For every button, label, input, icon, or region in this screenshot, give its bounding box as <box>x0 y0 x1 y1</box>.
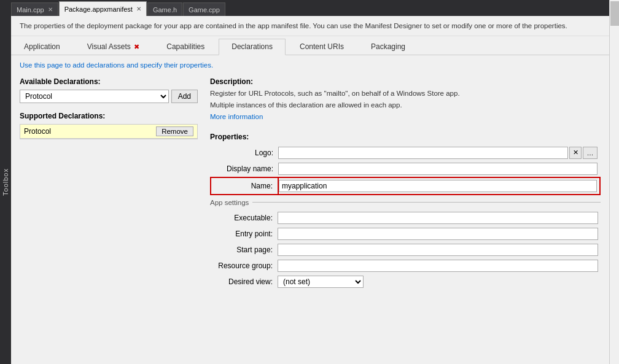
tab-game-h-label: Game.h <box>153 6 177 14</box>
add-declaration-button[interactable]: Add <box>171 90 198 103</box>
nav-tabs: Application Visual Assets ✖ Capabilities… <box>11 36 609 55</box>
display-name-input[interactable] <box>278 163 598 175</box>
entry-point-input[interactable] <box>278 228 598 240</box>
executable-label: Executable: <box>210 210 278 226</box>
start-page-row: Start page: <box>210 242 601 258</box>
description-title: Description: <box>210 77 601 86</box>
page-content: Use this page to add declarations and sp… <box>11 55 609 364</box>
scrollbar-thumb[interactable] <box>610 1 619 26</box>
entry-point-label: Entry point: <box>210 226 278 242</box>
properties-table: Logo: ✕ … <box>210 145 601 195</box>
nav-tab-packaging[interactable]: Packaging <box>358 39 418 55</box>
app-settings-table: Executable: Entry point: <box>210 210 601 290</box>
tab-main-cpp-label: Main.cpp <box>17 6 44 14</box>
executable-row: Executable: <box>210 210 601 226</box>
display-name-label: Display name: <box>211 161 278 177</box>
name-label: Name: <box>211 177 278 195</box>
desired-view-label: Desired view: <box>210 274 278 290</box>
toolbox-label: Toolbox <box>2 168 9 196</box>
tab-game-cpp[interactable]: Game.cpp <box>183 2 225 16</box>
nav-tab-packaging-label: Packaging <box>371 42 405 51</box>
tab-package-appxmanifest-close[interactable]: ✕ <box>136 6 141 12</box>
desired-view-select[interactable]: (not set) <box>278 276 364 288</box>
right-panel: Description: Register for URL Protocols,… <box>210 77 601 290</box>
logo-input-wrapper: ✕ … <box>278 147 598 159</box>
logo-input-cell: ✕ … <box>278 145 600 161</box>
logo-label: Logo: <box>211 145 278 161</box>
nav-tab-visual-assets[interactable]: Visual Assets ✖ <box>74 39 153 55</box>
start-page-input[interactable] <box>278 244 598 256</box>
name-input-cell <box>278 177 600 195</box>
executable-input[interactable] <box>278 212 598 224</box>
left-panel: Available Declarations: Protocol Add Sup… <box>20 77 198 290</box>
page-subtitle: Use this page to add declarations and sp… <box>20 61 601 69</box>
nav-tab-content-uris[interactable]: Content URIs <box>287 39 357 55</box>
tab-main-cpp[interactable]: Main.cpp ✕ <box>11 2 58 16</box>
nav-tab-declarations[interactable]: Declarations <box>219 39 286 55</box>
tab-package-appxmanifest[interactable]: Package.appxmanifest ✕ <box>59 1 147 16</box>
supported-item-protocol-label: Protocol <box>24 127 51 136</box>
logo-browse-button[interactable]: … <box>583 147 598 159</box>
logo-row: Logo: ✕ … <box>211 145 600 161</box>
available-declarations-row: Protocol Add <box>20 90 198 103</box>
nav-tab-content-uris-label: Content URIs <box>300 42 344 51</box>
two-column-layout: Available Declarations: Protocol Add Sup… <box>20 77 601 290</box>
display-name-input-cell <box>278 161 600 177</box>
more-information-link[interactable]: More information <box>210 113 263 120</box>
name-row: Name: <box>211 177 600 195</box>
entry-point-input-cell <box>278 226 601 242</box>
nav-tab-application-label: Application <box>24 42 60 51</box>
start-page-label: Start page: <box>210 242 278 258</box>
nav-tab-capabilities-label: Capabilities <box>166 42 204 51</box>
nav-tab-visual-assets-label: Visual Assets <box>87 42 131 51</box>
nav-tab-application[interactable]: Application <box>11 39 73 55</box>
description-line-1: Register for URL Protocols, such as "mai… <box>210 88 601 99</box>
logo-input[interactable] <box>278 147 568 159</box>
name-input[interactable] <box>279 180 597 192</box>
remove-declaration-button[interactable]: Remove <box>156 126 193 136</box>
visual-assets-error-icon: ✖ <box>134 43 139 50</box>
resource-group-row: Resource group: <box>210 258 601 274</box>
display-name-row: Display name: <box>211 161 600 177</box>
properties-title: Properties: <box>210 133 601 141</box>
tab-bar: Main.cpp ✕ Package.appxmanifest ✕ Game.h… <box>11 0 609 16</box>
content: Application Visual Assets ✖ Capabilities… <box>11 36 609 364</box>
info-bar-text: The properties of the deployment package… <box>20 22 567 29</box>
start-page-input-cell <box>278 242 601 258</box>
tab-package-appxmanifest-label: Package.appxmanifest <box>64 6 133 13</box>
info-bar: The properties of the deployment package… <box>11 16 609 36</box>
executable-input-cell <box>278 210 601 226</box>
desired-view-input-cell: (not set) <box>278 274 601 290</box>
available-declarations-select[interactable]: Protocol <box>20 90 169 103</box>
tab-main-cpp-close[interactable]: ✕ <box>48 6 53 13</box>
supported-item-protocol[interactable]: Protocol Remove <box>20 125 197 139</box>
scrollbar[interactable] <box>609 0 619 364</box>
tab-game-h[interactable]: Game.h <box>147 2 182 16</box>
desired-view-row: Desired view: (not set) <box>210 274 601 290</box>
main-area: Main.cpp ✕ Package.appxmanifest ✕ Game.h… <box>11 0 609 364</box>
resource-group-label: Resource group: <box>210 258 278 274</box>
tab-game-cpp-label: Game.cpp <box>189 6 220 14</box>
resource-group-input[interactable] <box>278 260 598 272</box>
app-settings-separator: App settings <box>210 199 601 206</box>
logo-clear-button[interactable]: ✕ <box>569 147 582 159</box>
toolbox-sidebar: Toolbox <box>0 0 11 364</box>
app-settings-label: App settings <box>210 199 249 206</box>
nav-tab-declarations-label: Declarations <box>232 42 273 51</box>
supported-declarations-list: Protocol Remove <box>20 124 198 139</box>
available-declarations-label: Available Declarations: <box>20 77 198 86</box>
description-line-2: Multiple instances of this declaration a… <box>210 100 601 110</box>
entry-point-row: Entry point: <box>210 226 601 242</box>
supported-declarations-label: Supported Declarations: <box>20 112 198 120</box>
nav-tab-capabilities[interactable]: Capabilities <box>154 39 217 55</box>
resource-group-input-cell <box>278 258 601 274</box>
